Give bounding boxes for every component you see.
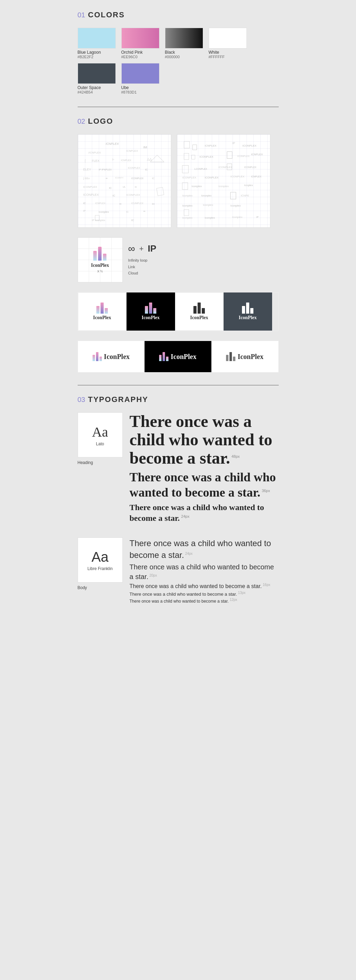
logo-variant-name-2: IconPlex	[141, 315, 160, 321]
logo-breakdown: IconPlex X ½ ∞ + IP Infinity loop Link C…	[78, 237, 279, 282]
svg-text:IC: IC	[145, 168, 148, 171]
svg-text:IP: IP	[83, 209, 86, 212]
body-b1-text: There once was a child who wanted to bec…	[129, 539, 271, 560]
body-b3-text: There once was a child who wanted to bec…	[129, 584, 262, 589]
color-item-orchid-pink: Orchid Pink #EE96C0	[121, 28, 160, 59]
color-item-ube: Ube #8783D1	[121, 63, 160, 94]
colors-grid-row2: Outer Space #424B54 Ube #8783D1	[78, 63, 279, 94]
logo-formula: ∞ + IP Infinity loop Link Cloud	[128, 243, 156, 277]
svg-text:ICONPLEX: ICONPLEX	[237, 155, 249, 158]
svg-text:Iconplex: Iconplex	[230, 204, 241, 207]
svg-text:ICONPLEX: ICONPLEX	[230, 175, 244, 178]
body-b4-text: There once was a child who wanted to bec…	[129, 592, 237, 597]
divider-2	[78, 385, 279, 385]
infinity-symbol: ∞	[128, 243, 135, 255]
body-examples: There once was a child who wanted to bec…	[129, 538, 279, 604]
svg-text:IC: IC	[131, 219, 134, 222]
logo-sketch-left: ICNPLEX //CNPLEX ICNPLEX IM [ FLEX ▷ ICN…	[78, 134, 171, 228]
color-swatch-outer-space	[78, 63, 116, 84]
body-b1: There once was a child who wanted to bec…	[129, 538, 279, 561]
svg-text://CNPLEX: //CNPLEX	[88, 151, 101, 154]
logo-grid-box: IconPlex X ½	[78, 237, 123, 282]
body-caption: Body	[78, 585, 123, 590]
svg-text:∞: ∞	[134, 185, 137, 189]
body-preview-fontname: Libre Franklin	[87, 566, 113, 571]
svg-rect-44	[184, 154, 188, 160]
svg-text:IC: IC	[126, 211, 128, 213]
svg-text:ICONPLEX: ICONPLEX	[128, 167, 140, 169]
color-hex-white: #FFFFFF	[209, 55, 247, 59]
logo-variants-row2-wrapper: IconPlex IconPlex	[78, 340, 279, 372]
svg-text:Icnplex: Icnplex	[244, 184, 253, 187]
logo-grid-sub: X ½	[97, 270, 102, 273]
colors-grid: Blue Lagoon #B2E2F2 Orchid Pink #EE96C0 …	[78, 28, 279, 59]
svg-text:Icnunplex: Icnunplex	[201, 194, 211, 197]
logo-section-label: LOGO	[88, 117, 113, 126]
logo-variant2-white3: IconPlex	[211, 341, 278, 372]
svg-text:IM: IM	[143, 145, 147, 149]
svg-text:IP: IP	[256, 216, 259, 218]
svg-rect-59	[182, 183, 188, 189]
color-name-ube: Ube	[121, 85, 160, 90]
logo-formula-desc: Infinity loop Link Cloud	[128, 257, 156, 277]
color-swatch-black	[165, 28, 203, 49]
logo-variant-white2: IconPlex	[175, 293, 223, 331]
logo-sketch-right: ICNPLEX IP ICONPLEX ICONPLEX ICONPLEX IC…	[177, 134, 270, 228]
svg-text:LCONPLEX: LCONPLEX	[194, 168, 207, 170]
svg-text:IP IPNPLEX: IP IPNPLEX	[99, 169, 112, 171]
sketch-inner-right: ICNPLEX IP ICONPLEX ICONPLEX ICONPLEX IC…	[177, 134, 270, 228]
typography-section-num: 03	[78, 396, 85, 404]
body-b4-size: 13px	[238, 591, 246, 595]
svg-text:Iconplex: Iconplex	[182, 194, 192, 197]
color-hex-blue-lagoon: #B2E2F2	[78, 55, 116, 59]
typography-section-label: TYPOGRAPHY	[88, 395, 148, 404]
svg-text:Iconplex: Iconplex	[99, 210, 109, 213]
svg-text:Iconplex: Iconplex	[232, 216, 242, 219]
svg-text:ICNPE: ICNPE	[241, 194, 249, 197]
heading-h1: There once was a child who wanted to bec…	[129, 412, 279, 467]
logo-variant2-black: IconPlex	[145, 341, 211, 372]
colors-section-title: 01 COLORS	[78, 10, 279, 19]
sketch-inner-left: ICNPLEX //CNPLEX ICNPLEX IM [ FLEX ▷ ICN…	[78, 134, 171, 228]
body-b4: There once was a child who wanted to bec…	[129, 591, 279, 597]
svg-text:FLEX: FLEX	[91, 159, 99, 162]
plus-sign: +	[139, 244, 144, 253]
typography-section: 03 TYPOGRAPHY Aa Lato Heading There once…	[78, 395, 279, 604]
color-name-orchid-pink: Orchid Pink	[121, 50, 160, 55]
svg-text:ICONPLEX: ICONPLEX	[199, 155, 214, 158]
body-b2-text: There once was a child who wanted to bec…	[129, 563, 274, 581]
svg-text:ICNPLEX: ICNPLEX	[105, 142, 119, 146]
color-name-outer-space: Outer Space	[78, 85, 116, 90]
color-item-black: Black #000000	[165, 28, 203, 59]
heading-h3: There once was a child who wanted to bec…	[129, 502, 279, 523]
mini-bars-2	[145, 302, 156, 313]
logo-section-num: 02	[78, 118, 85, 126]
color-swatch-white	[209, 28, 247, 49]
logo-variant-name-3: IconPlex	[190, 315, 208, 321]
mini-bars-5	[93, 352, 102, 361]
color-name-black: Black	[165, 50, 203, 55]
svg-text:ELEY: ELEY	[83, 168, 91, 171]
heading-preview-box: Aa Lato	[78, 412, 123, 457]
body-preview-box: Aa Libre Franklin	[78, 538, 123, 582]
svg-text:ICONPLEX: ICONPLEX	[242, 144, 257, 147]
color-hex-black: #000000	[165, 55, 203, 59]
page-container: 01 COLORS Blue Lagoon #B2E2F2 Orchid Pin…	[78, 0, 279, 638]
svg-text:Iconplex: Iconplex	[204, 216, 215, 220]
heading-preview-fontname: Lato	[96, 441, 104, 446]
body-typo-row: Aa Libre Franklin Body There once was a …	[78, 538, 279, 604]
logo-sketches: ICNPLEX //CNPLEX ICNPLEX IM [ FLEX ▷ ICN…	[78, 134, 279, 228]
heading-h2-size: 36px	[262, 488, 270, 493]
heading-h3-text: There once was a child who wanted to bec…	[129, 503, 264, 523]
logo-formula-row: ∞ + IP	[128, 243, 156, 255]
svg-text:ICNPLEX: ICNPLEX	[204, 144, 217, 147]
logo-variant2-name-3: IconPlex	[238, 353, 263, 361]
heading-h3-size: 24px	[181, 514, 190, 519]
heading-h1-size: 48px	[231, 454, 240, 458]
svg-text:ICNPLEX: ICNPLEX	[251, 153, 263, 156]
body-b1-size: 24px	[185, 552, 193, 555]
svg-text:ICNPLEX: ICNPLEX	[251, 175, 261, 178]
svg-text:ICUNPLEX: ICUNPLEX	[131, 202, 143, 204]
svg-text:ICNPLEX: ICNPLEX	[126, 150, 138, 153]
svg-text:ICONITY: ICONITY	[115, 177, 123, 179]
